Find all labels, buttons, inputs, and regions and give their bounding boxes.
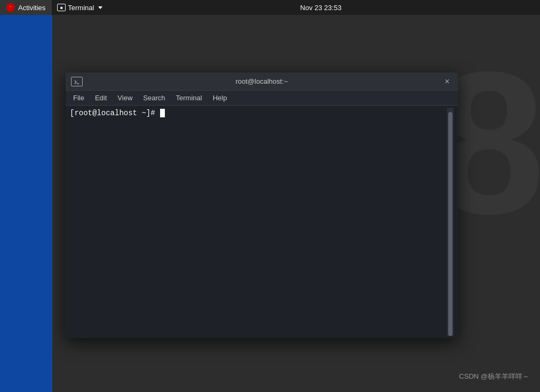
menu-help[interactable]: Help [208,93,233,103]
redhat-icon [6,3,15,12]
terminal-titlebar-icon [71,77,83,86]
activities-label: Activities [18,4,45,12]
chevron-down-icon [98,6,102,9]
topbar-center: Nov 23 23:53 [300,4,342,12]
terminal-cursor [160,109,165,117]
terminal-window: root@localhost:~ × File Edit View Search… [66,73,458,338]
menu-search[interactable]: Search [138,93,170,103]
terminal-titlebar: root@localhost:~ × [66,73,458,91]
terminal-close-button[interactable]: × [441,75,454,88]
terminal-small-icon: ■ [57,4,66,11]
terminal-text-area[interactable]: [root@localhost ~]# [70,108,447,336]
redhat-svg [8,5,13,10]
topbar-left: Activities ■ Terminal [0,0,108,15]
terminal-prompt-line: [root@localhost ~]# [70,109,447,117]
terminal-content[interactable]: [root@localhost ~]# [66,106,458,338]
menu-edit[interactable]: Edit [90,93,112,103]
datetime-display: Nov 23 23:53 [300,4,342,12]
menu-file[interactable]: File [68,93,90,103]
activities-button[interactable]: Activities [0,0,52,15]
terminal-menu-label: Terminal [68,4,94,12]
prompt-text: [root@localhost ~]# [70,109,160,117]
watermark: CSDN @杨羊羊咩咩～ [459,372,529,381]
menu-terminal[interactable]: Terminal [171,93,208,103]
sidebar [0,15,52,392]
terminal-menubar: File Edit View Search Terminal Help [66,91,458,106]
terminal-menu-button[interactable]: ■ Terminal [52,0,108,15]
svg-point-0 [9,5,13,10]
desktop: Activities ■ Terminal Nov 23 23:53 8 [0,0,540,392]
terminal-icon-svg [74,79,80,84]
menu-view[interactable]: View [112,93,138,103]
desktop-area: 8 root@localhost:~ × File Edit View Se [52,15,540,392]
scrollbar-thumb[interactable] [448,112,452,336]
watermark-text: CSDN @杨羊羊咩咩～ [459,372,529,380]
terminal-title: root@localhost:~ [83,77,441,85]
terminal-scrollbar[interactable] [447,108,454,336]
topbar: Activities ■ Terminal Nov 23 23:53 [0,0,540,15]
